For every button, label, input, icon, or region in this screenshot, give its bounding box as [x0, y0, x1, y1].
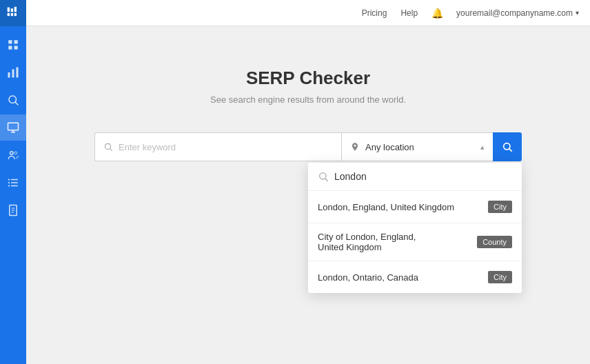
page-subtitle: See search engine results from around th… [210, 94, 406, 105]
location-result-1[interactable]: London, England, United Kingdom City [308, 191, 522, 223]
svg-rect-3 [8, 13, 10, 16]
sidebar-item-users[interactable] [0, 142, 26, 168]
dropdown-search-wrap [308, 163, 522, 191]
location-text: Any location [365, 142, 480, 152]
svg-point-34 [320, 173, 326, 179]
header: Pricing Help 🔔 youremail@companyname.com [26, 0, 590, 26]
sidebar [0, 0, 26, 364]
svg-rect-7 [14, 40, 18, 43]
sidebar-item-list[interactable] [0, 170, 26, 196]
svg-line-31 [110, 148, 112, 151]
svg-rect-0 [8, 8, 10, 12]
svg-rect-6 [8, 40, 12, 43]
sidebar-item-search[interactable] [0, 87, 26, 113]
location-result-3-badge: City [488, 271, 512, 283]
svg-line-14 [15, 102, 19, 105]
svg-point-23 [8, 179, 10, 180]
list-icon [7, 176, 19, 189]
svg-rect-8 [8, 46, 12, 50]
svg-rect-9 [14, 46, 18, 50]
sidebar-item-doc[interactable] [0, 197, 26, 223]
keyword-input[interactable] [119, 142, 333, 152]
svg-rect-12 [17, 68, 19, 78]
chart-icon [7, 66, 19, 79]
svg-line-33 [509, 149, 512, 152]
content-area: SERP Checker See search engine results f… [26, 26, 590, 364]
location-result-2-line1: City of London, England, [318, 232, 477, 242]
search-bar: Any location ▴ [94, 132, 522, 161]
logo-icon [6, 6, 20, 20]
main-content: Pricing Help 🔔 youremail@companyname.com… [26, 0, 590, 364]
location-result-2-line2: United Kingdom [318, 242, 477, 252]
sidebar-item-analytics[interactable] [0, 59, 26, 85]
svg-rect-10 [8, 72, 10, 78]
monitor-icon [7, 121, 19, 134]
svg-point-30 [105, 143, 110, 149]
search-button[interactable] [493, 132, 522, 161]
keyword-search-icon [103, 142, 113, 152]
user-menu[interactable]: youremail@companyname.com [456, 8, 579, 18]
help-link[interactable]: Help [400, 8, 418, 18]
dropdown-search-icon [318, 171, 329, 182]
location-pin-icon [350, 142, 360, 152]
dropdown-search-input[interactable] [334, 171, 512, 182]
location-result-2[interactable]: City of London, England, United Kingdom … [308, 223, 522, 261]
location-result-3-text: London, Ontario, Canada [318, 272, 488, 283]
search-nav-icon [7, 94, 19, 106]
grid-icon [7, 39, 19, 51]
svg-rect-11 [12, 70, 14, 78]
location-result-3[interactable]: London, Ontario, Canada City [308, 261, 522, 293]
svg-point-25 [8, 185, 10, 186]
doc-icon [7, 204, 19, 216]
search-button-icon [502, 141, 513, 152]
location-result-2-text-block: City of London, England, United Kingdom [318, 232, 477, 252]
sidebar-item-serp[interactable] [0, 114, 26, 141]
location-result-1-badge: City [488, 201, 512, 213]
sidebar-item-dashboard[interactable] [0, 32, 26, 58]
svg-point-19 [14, 152, 17, 154]
location-caret-icon: ▴ [480, 143, 485, 152]
location-dropdown: London, England, United Kingdom City Cit… [308, 163, 522, 293]
svg-rect-2 [14, 7, 17, 12]
svg-line-35 [325, 179, 328, 181]
svg-rect-4 [11, 13, 13, 16]
location-result-2-badge: County [477, 236, 512, 248]
svg-rect-5 [14, 13, 17, 16]
sidebar-logo [0, 0, 26, 26]
location-selector[interactable]: Any location ▴ [341, 132, 493, 161]
notification-bell-icon[interactable]: 🔔 [431, 8, 443, 19]
svg-point-32 [504, 143, 510, 150]
keyword-input-wrap [94, 132, 341, 161]
svg-rect-15 [8, 123, 19, 130]
svg-rect-1 [11, 8, 13, 12]
pricing-link[interactable]: Pricing [362, 8, 387, 18]
svg-point-18 [10, 152, 14, 155]
svg-point-24 [8, 182, 10, 183]
page-title: SERP Checker [246, 68, 370, 89]
svg-point-13 [9, 96, 17, 103]
users-icon [7, 149, 19, 161]
location-result-1-text: London, England, United Kingdom [318, 202, 488, 212]
